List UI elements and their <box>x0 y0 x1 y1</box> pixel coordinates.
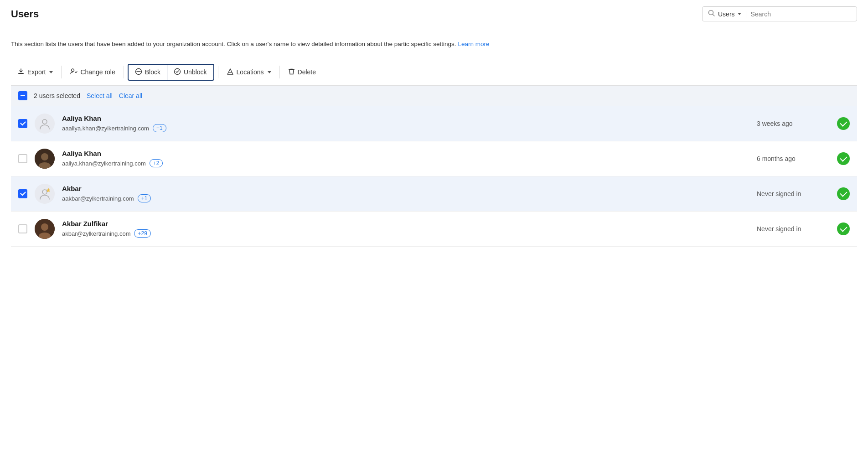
user-status-active <box>837 117 850 130</box>
delete-icon <box>288 68 295 77</box>
user-email-row: aaaliya.khan@zylkertraining.com +1 <box>62 124 749 132</box>
chevron-down-icon <box>738 13 741 15</box>
table-row: Aaliya Khan aaliya.khan@zylkertraining.c… <box>11 141 857 176</box>
delete-button[interactable]: Delete <box>282 64 322 80</box>
user-checkbox[interactable] <box>18 189 27 198</box>
svg-rect-2 <box>18 73 24 74</box>
user-info: Akbar Zulfikar akbar@zylkertraining.com … <box>62 220 749 238</box>
user-last-seen: 3 weeks ago <box>757 120 830 127</box>
svg-line-1 <box>713 15 715 16</box>
user-checkbox[interactable] <box>18 224 27 233</box>
user-email-row: aaliya.khan@zylkertraining.com +2 <box>62 159 749 167</box>
selection-bar: 2 users selected Select all Clear all <box>11 86 857 106</box>
search-input[interactable] <box>751 10 851 18</box>
page-wrapper: Users Users This section lists the users… <box>0 0 868 476</box>
user-info: Aaliya Khan aaliya.khan@zylkertraining.c… <box>62 150 749 167</box>
clear-all-button[interactable]: Clear all <box>119 92 142 99</box>
locations-chevron-icon <box>268 71 271 73</box>
user-email: akbar@zylkertraining.com <box>62 230 130 237</box>
user-email: aaliya.khan@zylkertraining.com <box>62 160 146 167</box>
user-name[interactable]: Aaliya Khan <box>62 114 749 122</box>
svg-point-3 <box>72 69 74 72</box>
svg-point-10 <box>42 119 47 124</box>
user-status-active <box>837 222 850 235</box>
locations-button[interactable]: Locations <box>220 64 278 80</box>
user-status-active <box>837 187 850 200</box>
page-title: Users <box>11 8 39 20</box>
toolbar-divider-2 <box>124 66 124 78</box>
block-unblock-group: Block Unblock <box>128 64 214 81</box>
deselect-all-checkbox[interactable] <box>18 91 27 100</box>
table-row: Aaliya Khan aaaliya.khan@zylkertraining.… <box>11 106 857 141</box>
user-badge[interactable]: +1 <box>153 124 166 132</box>
svg-rect-9 <box>289 69 294 70</box>
user-email-row: akbar@zylkertraining.com +29 <box>62 229 749 238</box>
toolbar: Export Change role <box>11 59 857 86</box>
user-checkbox[interactable] <box>18 119 27 128</box>
search-scope-label: Users <box>718 10 735 18</box>
selection-count: 2 users selected <box>34 92 80 99</box>
user-email-row: aakbar@zylkertraining.com +1 <box>62 194 749 202</box>
change-role-button[interactable]: Change role <box>63 64 121 80</box>
header: Users Users <box>0 0 868 28</box>
export-button[interactable]: Export <box>11 64 59 80</box>
user-last-seen: Never signed in <box>757 190 830 197</box>
user-info: Akbar aakbar@zylkertraining.com +1 <box>62 185 749 202</box>
user-email: aaaliya.khan@zylkertraining.com <box>62 125 149 132</box>
svg-marker-7 <box>227 69 233 74</box>
search-icon <box>708 10 715 18</box>
user-badge[interactable]: +1 <box>138 194 151 202</box>
svg-point-14 <box>42 190 47 194</box>
block-button[interactable]: Block <box>129 65 167 80</box>
user-name[interactable]: Aaliya Khan <box>62 150 749 157</box>
svg-point-6 <box>174 68 180 74</box>
search-bar: Users <box>702 6 857 21</box>
toolbar-divider-1 <box>61 66 62 78</box>
user-last-seen: Never signed in <box>757 225 830 233</box>
user-name[interactable]: Akbar Zulfikar <box>62 220 749 228</box>
user-list: Aaliya Khan aaaliya.khan@zylkertraining.… <box>11 106 857 247</box>
user-email: aakbar@zylkertraining.com <box>62 195 134 202</box>
user-name[interactable]: Akbar <box>62 185 749 192</box>
main-content: This section lists the users that have b… <box>0 28 868 247</box>
select-all-button[interactable]: Select all <box>87 92 113 99</box>
user-checkbox[interactable] <box>18 154 27 163</box>
toolbar-divider-4 <box>279 66 280 78</box>
user-last-seen: 6 months ago <box>757 155 830 162</box>
block-icon <box>135 68 142 77</box>
user-badge[interactable]: +2 <box>150 159 163 167</box>
user-info: Aaliya Khan aaaliya.khan@zylkertraining.… <box>62 114 749 132</box>
export-chevron-icon <box>49 71 53 73</box>
user-status-active <box>837 152 850 165</box>
change-role-icon <box>70 68 78 77</box>
learn-more-link[interactable]: Learn more <box>458 41 489 47</box>
search-scope-dropdown[interactable]: Users <box>718 10 746 18</box>
svg-point-17 <box>41 223 48 231</box>
export-icon <box>17 68 25 77</box>
unblock-icon <box>174 68 181 77</box>
locations-icon <box>227 68 234 77</box>
unblock-button[interactable]: Unblock <box>167 65 213 80</box>
description-text: This section lists the users that have b… <box>11 39 857 49</box>
svg-point-12 <box>41 153 48 160</box>
user-badge[interactable]: +29 <box>134 229 150 238</box>
table-row: Akbar aakbar@zylkertraining.com +1 Never… <box>11 176 857 212</box>
toolbar-divider-3 <box>218 66 218 78</box>
table-row: Akbar Zulfikar akbar@zylkertraining.com … <box>11 212 857 247</box>
